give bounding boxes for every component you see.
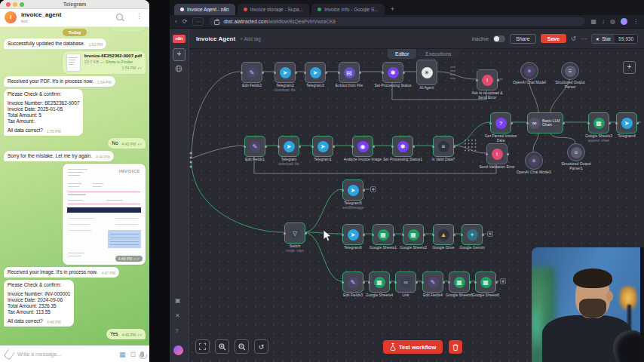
active-toggle[interactable] [493,35,505,42]
message-bubble[interactable]: Please Check & confirm:Invoice Number: I… [4,280,74,327]
search-icon[interactable] [116,14,124,22]
node-edit-fields4[interactable]: ✎Edit Fields4 [422,272,443,293]
chat-history[interactable]: TodaySuccessfully updated the database.1… [0,27,149,345]
node-is-valid-data-[interactable]: ≡Is Valid Data? [433,136,454,157]
node-set-processing-status[interactable]: ✱Set Processing Status [382,62,403,83]
microphone-icon[interactable] [140,351,144,357]
history-icon[interactable]: ↺ [571,35,576,42]
share-button[interactable]: Share [510,34,536,44]
message-bubble[interactable]: Successfully updated the database.1:53 P… [4,38,106,49]
node-google-sheets4[interactable]: ▦Google Sheets4 [369,272,390,293]
node-telegram2[interactable]: ➤Telegram2download: file [274,62,296,83]
node-telegram1[interactable]: ➤Telegram1 [312,136,333,157]
tab-invoice-storage[interactable]: Invoice storage - Supa... [238,4,309,15]
node-google-sheets1[interactable]: ▦Google Sheets1 [373,224,394,245]
node-telegram5[interactable]: ➤Telegram5sendMessage [342,179,363,201]
node-link[interactable]: ∞Link [395,272,416,293]
apps-grid-icon[interactable]: ▦ [590,18,596,26]
bot-message-row: Please Check & confirm:Invoice Number: I… [4,280,146,327]
node-analyze-invoice-image[interactable]: ◉Analyze Invoice Image [352,136,373,157]
node-set-processing-status1[interactable]: ✱Set Processing Status1 [392,136,413,157]
node-edit-fields3[interactable]: ✎Edit Fields3 [342,272,363,293]
back-icon[interactable]: ‹ [175,18,177,26]
tab-invoice-info[interactable]: Invoice Info - Google S... [311,4,385,15]
node-openai-chat-model1[interactable]: ✳OpenAI Chat Model1 [525,152,543,170]
downloads-icon[interactable]: ↓ [602,18,605,26]
sticker-icon[interactable]: ▦ [119,351,126,358]
n8n-logo[interactable]: n8n [173,35,186,43]
save-button[interactable]: Save [541,34,566,43]
close-window-button[interactable] [6,2,11,7]
extensions-puzzle-icon[interactable]: ◍ [610,18,615,26]
message-bubble[interactable]: Yes4:49 PM ✓✓ [106,329,146,339]
maximize-window-button[interactable] [20,2,24,7]
telegram-chat-header[interactable]: i invoice_agent bot ⋮ [0,9,149,27]
node-switch[interactable]: ▽Switchmode: rules [284,222,305,244]
new-tab-button[interactable]: + [387,4,398,15]
node-google-sheets5[interactable]: ▦Google Sheets5 [449,272,470,293]
node-structured-output-parser[interactable]: ≡Structured Output Parser [561,62,579,80]
close-panel-icon[interactable]: ✕ [175,312,180,319]
sidebar-add-button[interactable]: + [173,48,186,61]
node-telegram6[interactable]: ➤Telegram6 [342,224,363,245]
more-menu-icon[interactable]: ⋮ [136,12,144,20]
test-workflow-button[interactable]: Test workflow [383,340,443,354]
node-edit-fields1[interactable]: ✎Edit Fields1 [244,136,265,157]
emoji-icon[interactable]: ⊡ [130,351,136,358]
show-in-finder-link[interactable]: Show in Finder [106,60,133,64]
attach-icon[interactable] [3,348,14,360]
minimize-window-button[interactable] [13,2,17,7]
github-star-widget[interactable]: ★Star 59,930 [591,34,638,44]
browser-profile-avatar[interactable] [621,18,627,25]
reset-view-button[interactable]: ↺ [254,339,268,354]
node-telegram[interactable]: ➤Telegramdownload: file [278,136,299,157]
globe-icon[interactable] [175,65,182,72]
workflow-title[interactable]: Invoice Agent [196,35,235,42]
tab-invoice-agent[interactable]: Invoice Agent - n8n [174,4,235,15]
user-avatar[interactable] [173,345,183,355]
zoom-out-button[interactable] [235,339,249,354]
message-input-bar[interactable]: Write a message... ▦ ⊡ [0,345,149,362]
extensions-pill[interactable]: ⋯ [192,17,204,26]
zoom-in-button[interactable] [215,339,229,354]
node-send-validation-error[interactable]: !Send Validation Error [486,143,508,164]
add-node-button[interactable]: + [623,61,636,74]
message-bubble[interactable]: No4:43 PM ✓✓ [108,138,146,149]
node-openai-chat-model[interactable]: ✳OpenAI Chat Model [520,62,538,80]
message-bubble[interactable]: Please Check & confirm:Invoice Number: 6… [4,89,83,136]
message-bubble[interactable]: Received your PDF. It's in process now.1… [4,76,115,87]
message-input[interactable]: Write a message... [17,351,115,357]
node-structured-output-parser1[interactable]: ≡Structured Output Parser1 [567,143,585,161]
pencil-icon: ✎ [428,277,439,288]
file-message-bubble[interactable]: Invoice-6E252362-0007.pdf23.7 KB — Show … [63,51,146,74]
github-star-count: 59,930 [615,35,637,43]
delete-button[interactable] [449,340,462,354]
url-bar[interactable]: dbst.aiattracted.com/workflow/8sQeaPvhrV… [209,17,585,26]
message-bubble[interactable]: Received your image. It's in process now… [4,267,119,278]
header-more-icon[interactable]: ⋯ [581,35,587,42]
node-basic-llm-chain[interactable]: ∞Basic LLM Chain [527,112,563,133]
node-telegram4[interactable]: ➤Telegram4 [616,112,637,133]
fit-view-button[interactable] [195,339,210,354]
node-get-parsed-invoice-data[interactable]: ?Get Parsed Invoice Data [490,112,511,133]
templates-icon[interactable]: ▣ [175,297,181,304]
node-google-sheets2[interactable]: ▦Google Sheets2 [403,224,424,245]
mouse-cursor [323,229,333,242]
node-ask-to-re-upload-send-error[interactable]: !Ask to re-upload & Send Error [477,69,498,90]
node-edit-fields2[interactable]: ✎Edit Fields2 [241,62,262,83]
add-tag-button[interactable]: + Add tag [240,36,261,41]
node-google-drive[interactable]: ▲Google Drive [433,224,454,245]
node-google-gemini[interactable]: ✦Google Gemini [462,224,483,245]
node-google-sheets3[interactable]: ▦Google Sheets3append: sheet [588,112,609,133]
node-extract-from-file[interactable]: ▤Extract from File [339,62,360,83]
browser-menu-icon[interactable]: ⋮ [633,18,639,26]
tab-executions[interactable]: Executions [418,49,458,59]
tab-editor[interactable]: Editor [388,49,416,59]
help-icon[interactable]: ? [175,327,178,334]
node-telegram3[interactable]: ➤Telegram3 [305,62,326,83]
node-google-sheets6[interactable]: ▦Google Sheets6 [475,272,496,293]
reload-icon[interactable]: ⟳ [182,18,188,26]
invoice-image-message[interactable]: INVOICE4:46 PM ✓✓ [63,164,146,265]
message-bubble[interactable]: Sorry for the mistake. Let me try again.… [4,151,114,161]
node-ai-agent[interactable]: ✳AI Agent [416,60,437,85]
